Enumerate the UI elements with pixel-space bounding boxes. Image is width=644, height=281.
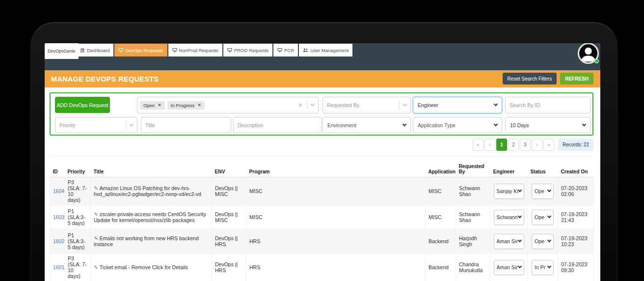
engineer-row-select[interactable]: Sanjay Ku bbox=[494, 184, 524, 199]
title-filter-input[interactable] bbox=[141, 117, 231, 133]
environment-select[interactable]: Environment bbox=[322, 117, 411, 133]
status-multiselect[interactable]: Open ✕ In Progress ✕ ✕ bbox=[137, 97, 319, 113]
program-cell[interactable]: HRS bbox=[246, 229, 426, 253]
engineer-select[interactable]: Engineer bbox=[413, 97, 502, 113]
page-last-button[interactable]: » bbox=[543, 139, 554, 151]
table-row: 1603 P1 (SLA:3-5 days) ✎zscaler-private-… bbox=[50, 205, 594, 229]
page-first-button[interactable]: « bbox=[473, 139, 483, 151]
engineer-row-select[interactable]: Aman Sir bbox=[494, 234, 524, 249]
records-count-badge: Records: 22 bbox=[558, 139, 593, 151]
tab-nonprod-requests[interactable]: NonProd Requests bbox=[168, 44, 222, 56]
col-created-on: Created On bbox=[558, 157, 594, 177]
col-id: ID bbox=[50, 157, 65, 177]
env-cell[interactable]: DevOps || HRS bbox=[212, 229, 246, 253]
request-id-link[interactable]: 1601 bbox=[53, 264, 64, 270]
chevron-down-icon bbox=[311, 102, 315, 106]
reset-search-filters-button[interactable]: Reset Search Filters bbox=[503, 73, 557, 84]
chevron-down-icon bbox=[547, 214, 551, 218]
request-id-link[interactable]: 1603 bbox=[53, 214, 64, 220]
col-engineer: Engineer bbox=[490, 157, 528, 177]
application-type-select[interactable]: Application Type bbox=[413, 117, 502, 133]
page-1-button[interactable]: 1 bbox=[496, 139, 507, 151]
env-cell[interactable]: DevOps || MISC bbox=[212, 205, 246, 229]
priority-cell: P1 (SLA:3-5 days) bbox=[65, 229, 91, 253]
page-title: MANAGE DEVOPS REQUESTS bbox=[51, 75, 159, 83]
program-cell[interactable]: MISC bbox=[246, 177, 426, 205]
title-cell: ✎Amazon Linux OS Patching for dev-hrs-hv… bbox=[91, 177, 212, 205]
edit-icon[interactable]: ✎ bbox=[94, 235, 98, 241]
top-navbar: DevOpsGenie Dashboard DevOps Requests bbox=[45, 43, 600, 70]
refresh-button[interactable]: REFRESH bbox=[560, 73, 593, 84]
engineer-row-select[interactable]: Schwann bbox=[494, 210, 524, 225]
search-by-id-input[interactable] bbox=[505, 97, 590, 113]
program-cell[interactable]: HRS bbox=[246, 253, 426, 281]
request-id-link[interactable]: 1604 bbox=[53, 188, 64, 194]
remove-chip-icon[interactable]: ✕ bbox=[197, 103, 201, 108]
status-row-select[interactable]: Ope bbox=[532, 210, 554, 225]
env-cell[interactable]: DevOps || MISC bbox=[212, 177, 246, 205]
priority-cell: P3 (SLA: 7-10 days) bbox=[65, 177, 91, 205]
tab-user-management[interactable]: User Management bbox=[299, 44, 352, 56]
requested-by-dropdown[interactable]: Requested By bbox=[322, 97, 411, 113]
created-on-cell: 07-19-202310:23 bbox=[558, 229, 594, 253]
monitor-icon bbox=[118, 48, 123, 53]
page-next-button[interactable]: › bbox=[532, 139, 542, 151]
tab-prod-requests[interactable]: PROD Requests bbox=[223, 44, 272, 56]
col-priority: Priority bbox=[65, 157, 91, 177]
status-row-select[interactable]: In Pr bbox=[532, 260, 554, 275]
col-env: ENV bbox=[212, 157, 246, 177]
application-cell[interactable]: MISC bbox=[426, 205, 456, 229]
application-cell[interactable]: Backend bbox=[426, 253, 456, 281]
days-range-select[interactable]: 10 Days bbox=[505, 117, 590, 133]
add-devops-request-button[interactable]: ADD DevOps Request bbox=[55, 97, 110, 113]
env-cell[interactable]: DevOps || HRS bbox=[212, 253, 246, 281]
chevron-down-icon bbox=[517, 188, 521, 192]
tab-pcr[interactable]: PCR bbox=[273, 44, 298, 56]
engineer-row-select[interactable]: Aman Sir bbox=[494, 260, 524, 275]
building-icon bbox=[80, 48, 85, 53]
status-chip-in-progress: In Progress ✕ bbox=[167, 101, 205, 110]
col-program: Program bbox=[246, 157, 426, 177]
request-id-link[interactable]: 1602 bbox=[53, 238, 64, 244]
created-on-cell: 07-20-202302:06 bbox=[558, 177, 594, 205]
page-prev-button[interactable]: ‹ bbox=[484, 139, 495, 151]
program-cell[interactable]: MISC bbox=[246, 205, 426, 229]
title-cell: ✎Emails not working from new HRS backend… bbox=[91, 229, 212, 253]
description-filter-input[interactable] bbox=[233, 117, 322, 133]
requested-by-cell: Schwann Shao bbox=[456, 177, 490, 205]
status-row-select[interactable]: Ope bbox=[532, 234, 554, 249]
col-title: Title bbox=[91, 157, 212, 177]
tab-devops-requests[interactable]: DevOps Requests bbox=[114, 44, 167, 56]
page-3-button[interactable]: 3 bbox=[520, 139, 531, 151]
users-icon bbox=[303, 48, 308, 53]
status-chip-open: Open ✕ bbox=[140, 101, 165, 110]
divider bbox=[399, 101, 400, 110]
application-cell[interactable]: Backend bbox=[426, 229, 456, 253]
clear-selection-icon[interactable]: ✕ bbox=[298, 102, 303, 109]
edit-icon[interactable]: ✎ bbox=[94, 185, 98, 191]
divider bbox=[307, 101, 307, 110]
user-avatar[interactable] bbox=[578, 43, 599, 64]
edit-icon[interactable]: ✎ bbox=[94, 264, 98, 270]
requested-by-cell: Harjodh Singh bbox=[456, 229, 490, 253]
col-requested-by: Requested By bbox=[456, 157, 490, 177]
chevron-down-icon bbox=[547, 188, 551, 192]
chevron-down-icon bbox=[517, 264, 521, 268]
col-application: Application bbox=[426, 157, 456, 177]
chevron-down-icon bbox=[547, 238, 551, 242]
tab-dashboard[interactable]: Dashboard bbox=[76, 44, 113, 56]
remove-chip-icon[interactable]: ✕ bbox=[158, 103, 161, 108]
brand-logo[interactable]: DevOpsGenie bbox=[45, 43, 79, 59]
chevron-down-icon bbox=[494, 122, 498, 126]
table-row: 1604 P3 (SLA: 7-10 days) ✎Amazon Linux O… bbox=[50, 177, 594, 205]
status-row-select[interactable]: Ope bbox=[532, 184, 554, 199]
tablet-device-frame: DevOpsGenie Dashboard DevOps Requests bbox=[30, 22, 617, 281]
priority-dropdown[interactable]: Priority bbox=[55, 117, 137, 133]
created-on-cell: 07-19-202309:30 bbox=[558, 253, 594, 281]
edit-icon[interactable]: ✎ bbox=[94, 211, 98, 217]
table-row: 1601 P3 (SLA: 7-10 days) ✎Ticket email -… bbox=[50, 253, 594, 281]
page-2-button[interactable]: 2 bbox=[508, 139, 519, 151]
divider bbox=[126, 121, 126, 130]
monitor-icon bbox=[172, 48, 177, 53]
application-cell[interactable]: MISC bbox=[426, 177, 456, 205]
